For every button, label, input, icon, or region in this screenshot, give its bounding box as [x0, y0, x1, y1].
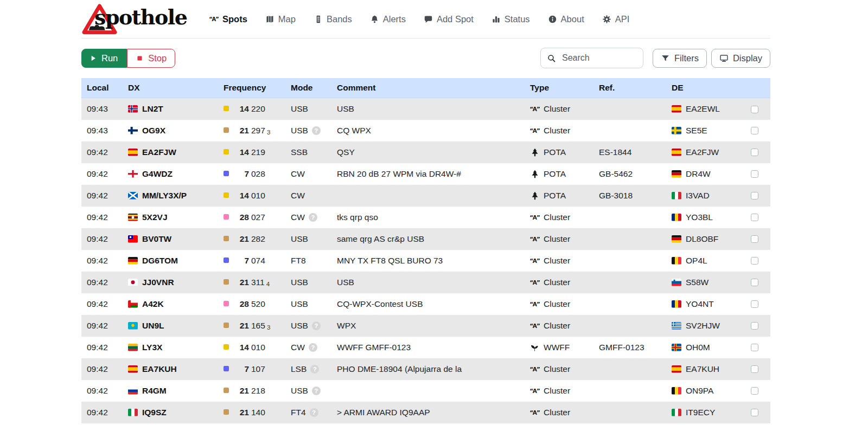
spot-frequency: 14219 — [219, 141, 286, 163]
spot-checkbox[interactable] — [751, 387, 758, 395]
de-callsign[interactable]: S58W — [686, 278, 709, 287]
filters-button[interactable]: Filters — [653, 49, 707, 68]
dx-callsign[interactable]: R4GM — [142, 386, 167, 395]
dx-callsign[interactable]: IQ9SZ — [142, 408, 167, 417]
run-button[interactable]: Run — [81, 49, 127, 68]
dx-callsign[interactable]: MM/LY3X/P — [142, 191, 187, 200]
dx-callsign[interactable]: EA7KUH — [142, 364, 177, 374]
gear-icon — [602, 15, 611, 24]
display-icon — [719, 54, 729, 63]
nav-item-map[interactable]: Map — [265, 14, 296, 24]
mode-help-icon: ? — [312, 387, 321, 395]
nav-item-status[interactable]: Status — [492, 14, 530, 24]
run-button-label: Run — [101, 53, 118, 63]
spot-checkbox[interactable] — [751, 149, 758, 156]
spot-comment: PHO DME-18904 (Alpujarra de la — [333, 358, 526, 380]
spot-mode: USB? — [286, 120, 333, 141]
antenna-icon — [530, 386, 540, 396]
de-callsign[interactable]: OP4L — [686, 256, 707, 265]
spot-ref — [595, 120, 667, 141]
table-row: 09:43 OG9X 212973 USB? CQ WPX Cluster SE… — [81, 120, 770, 141]
spot-time: 09:42 — [81, 272, 124, 293]
bar-chart-icon — [492, 15, 501, 24]
col-header-comment: Comment — [333, 78, 526, 98]
spot-checkbox[interactable] — [751, 344, 758, 351]
dx-callsign[interactable]: LN2T — [142, 104, 163, 113]
spot-time: 09:42 — [81, 380, 124, 402]
nav-item-about[interactable]: About — [548, 14, 584, 24]
spot-checkbox[interactable] — [751, 365, 758, 373]
de-callsign[interactable]: SV2HJW — [686, 321, 720, 330]
nav-item-api[interactable]: API — [602, 14, 630, 24]
spot-checkbox[interactable] — [751, 300, 758, 308]
nav-item-bands[interactable]: Bands — [314, 14, 352, 24]
spot-mode: CW? — [286, 185, 333, 207]
spot-checkbox[interactable] — [751, 214, 758, 221]
spot-de: SV2HJW — [667, 315, 746, 337]
spot-time: 09:42 — [81, 337, 124, 358]
de-callsign[interactable]: EA7KUH — [686, 364, 719, 374]
spot-checkbox[interactable] — [751, 322, 758, 330]
nav-item-spots[interactable]: Spots — [209, 14, 247, 24]
dx-callsign[interactable]: EA2FJW — [142, 147, 176, 157]
dx-callsign[interactable]: G4WDZ — [142, 169, 173, 178]
de-callsign[interactable]: I3VAD — [686, 191, 710, 200]
nav-item-label: Status — [505, 14, 530, 24]
dx-callsign[interactable]: JJ0VNR — [142, 278, 174, 287]
spot-time: 09:42 — [81, 228, 124, 250]
mode-help-icon: ? — [309, 213, 317, 222]
info-icon — [548, 15, 557, 24]
de-callsign[interactable]: EA2EWL — [686, 104, 720, 113]
de-callsign[interactable]: IT9ECY — [686, 408, 715, 417]
spot-checkbox[interactable] — [751, 170, 758, 178]
nav-item-alerts[interactable]: Alerts — [370, 14, 406, 24]
de-callsign[interactable]: SE5E — [686, 126, 707, 135]
spot-type: POTA — [526, 163, 595, 185]
display-button[interactable]: Display — [711, 49, 770, 68]
spot-time: 09:42 — [81, 402, 124, 423]
brand-logo[interactable]: spothole — [81, 2, 188, 36]
spot-checkbox[interactable] — [751, 106, 758, 113]
flag-italy-icon — [672, 409, 681, 416]
de-callsign[interactable]: DL8OBF — [686, 234, 718, 243]
de-callsign[interactable]: DR4W — [686, 169, 711, 178]
dx-callsign[interactable]: LY3X — [142, 343, 162, 352]
band-color-icon — [224, 214, 229, 220]
spot-ref — [595, 293, 667, 315]
de-callsign[interactable]: YO4NT — [686, 299, 714, 308]
flag-spain-icon — [672, 105, 681, 113]
dx-callsign[interactable]: BV0TW — [142, 234, 171, 243]
spot-type: Cluster — [526, 380, 595, 402]
dx-callsign[interactable]: UN9L — [142, 321, 164, 330]
dx-callsign[interactable]: 5X2VJ — [142, 212, 168, 222]
table-row: 09:42 EA7KUH 7107 LSB? PHO DME-18904 (Al… — [81, 358, 770, 380]
dx-callsign[interactable]: OG9X — [142, 126, 165, 135]
search-input[interactable] — [561, 53, 637, 63]
spot-frequency: 21140 — [219, 402, 286, 423]
de-callsign[interactable]: ON9PA — [686, 386, 713, 395]
spot-checkbox[interactable] — [751, 127, 758, 134]
dx-callsign[interactable]: DG6TOM — [142, 256, 178, 265]
table-row: 09:42 5X2VJ 28027 CW? tks qrp qso Cluste… — [81, 207, 770, 228]
spot-time: 09:43 — [81, 98, 124, 120]
spot-comment: MNY TX FT8 QSL BURO 73 — [333, 250, 526, 272]
spot-checkbox[interactable] — [751, 192, 758, 199]
spot-checkbox[interactable] — [751, 257, 758, 265]
stop-button[interactable]: Stop — [127, 49, 175, 68]
antenna-icon — [530, 126, 540, 136]
de-callsign[interactable]: YO3BL — [686, 212, 713, 222]
spot-type: Cluster — [526, 228, 595, 250]
spot-de: YO3BL — [667, 207, 746, 228]
antenna-icon — [209, 15, 219, 24]
spot-checkbox[interactable] — [751, 279, 758, 286]
nav-item-add-spot[interactable]: Add Spot — [424, 14, 474, 24]
spot-type: WWFF — [526, 337, 595, 358]
spot-time: 09:42 — [81, 141, 124, 163]
spot-checkbox[interactable] — [751, 235, 758, 243]
band-color-icon — [224, 323, 229, 328]
de-callsign[interactable]: OH0M — [686, 343, 710, 352]
spot-frequency: 7028 — [219, 163, 286, 185]
de-callsign[interactable]: EA2FJW — [686, 147, 719, 157]
spot-checkbox[interactable] — [751, 409, 758, 416]
dx-callsign[interactable]: A42K — [142, 299, 164, 308]
